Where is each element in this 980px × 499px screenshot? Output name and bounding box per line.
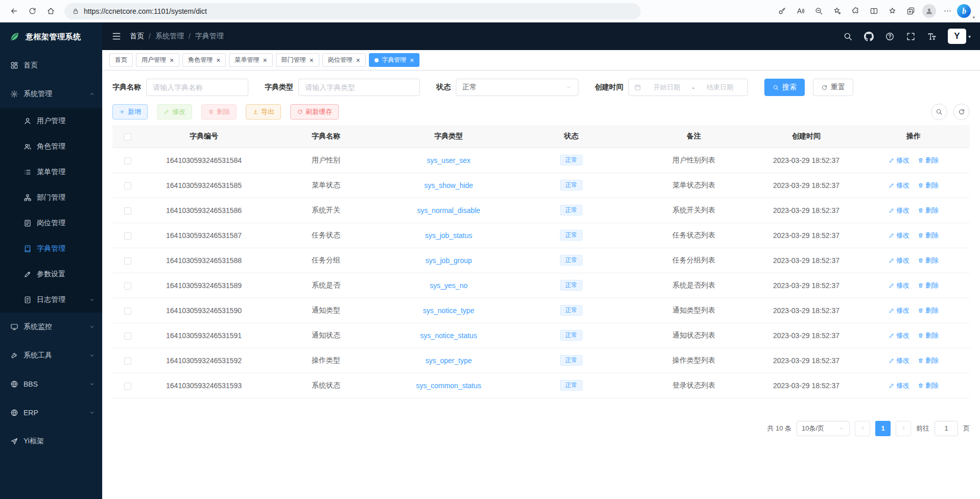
status-select[interactable]: 正常 — [456, 79, 578, 96]
font-size-button[interactable] — [927, 32, 937, 41]
reset-button[interactable]: 重置 — [813, 79, 853, 96]
row-checkbox[interactable] — [124, 383, 131, 390]
password-key-button[interactable] — [773, 3, 790, 20]
bing-chat-icon[interactable]: b — [957, 4, 971, 18]
tab-role[interactable]: 角色管理× — [182, 53, 226, 67]
row-edit-button[interactable]: 修改 — [889, 181, 909, 190]
row-checkbox[interactable] — [124, 232, 131, 240]
sidebar-item-log-management[interactable]: 日志管理 — [0, 287, 102, 313]
page-size-select[interactable]: 10条/页 — [797, 421, 850, 436]
sidebar-item-erp[interactable]: ERP — [0, 398, 102, 427]
sidebar-item-system-monitor[interactable]: 系统监控 — [0, 313, 102, 341]
collapse-sidebar-button[interactable] — [111, 31, 122, 41]
extensions-button[interactable] — [847, 3, 864, 20]
sidebar-item-menu-management[interactable]: 菜单管理 — [0, 159, 102, 185]
tab-dept[interactable]: 部门管理× — [276, 53, 319, 67]
goto-page-input[interactable] — [935, 421, 958, 436]
row-checkbox[interactable] — [124, 207, 131, 215]
dict-type-link[interactable]: sys_show_hide — [424, 181, 473, 189]
sidebar-item-system-management[interactable]: 系统管理 — [0, 80, 102, 108]
back-button[interactable] — [5, 3, 22, 20]
row-edit-button[interactable]: 修改 — [889, 381, 909, 390]
row-edit-button[interactable]: 修改 — [889, 206, 909, 215]
dict-type-link[interactable]: sys_job_status — [425, 231, 473, 240]
page-number-button[interactable]: 1 — [875, 421, 891, 436]
sidebar-item-bbs[interactable]: BBS — [0, 370, 102, 398]
select-all-checkbox[interactable] — [124, 133, 131, 140]
sidebar-item-param-settings[interactable]: 参数设置 — [0, 262, 102, 287]
row-edit-button[interactable]: 修改 — [889, 231, 909, 240]
row-checkbox[interactable] — [124, 358, 131, 365]
collections-button[interactable] — [902, 3, 919, 20]
row-delete-button[interactable]: 删除 — [918, 156, 939, 165]
row-checkbox[interactable] — [124, 257, 131, 265]
dict-name-input[interactable] — [146, 79, 248, 96]
row-edit-button[interactable]: 修改 — [889, 256, 909, 265]
dict-type-link[interactable]: sys_common_status — [416, 382, 481, 390]
github-button[interactable] — [864, 32, 874, 41]
row-delete-button[interactable]: 删除 — [918, 381, 939, 390]
toggle-search-button[interactable] — [931, 104, 947, 120]
help-button[interactable] — [885, 32, 895, 41]
fullscreen-button[interactable] — [906, 32, 916, 41]
row-edit-button[interactable]: 修改 — [889, 281, 909, 290]
refresh-table-button[interactable] — [953, 104, 970, 120]
sidebar-item-system-tools[interactable]: 系统工具 — [0, 341, 102, 370]
tab-home[interactable]: 首页 — [109, 53, 133, 67]
close-icon[interactable]: × — [263, 57, 267, 64]
home-button[interactable] — [42, 3, 59, 20]
add-button[interactable]: 新增 — [112, 104, 148, 120]
header-search-button[interactable] — [843, 32, 853, 41]
dict-type-link[interactable]: sys_user_sex — [427, 156, 471, 164]
close-icon[interactable]: × — [310, 57, 314, 64]
sidebar-item-home[interactable]: 首页 — [0, 51, 102, 80]
row-delete-button[interactable]: 删除 — [918, 231, 939, 240]
app-logo[interactable]: 意框架管理系统 — [0, 22, 102, 51]
row-checkbox[interactable] — [124, 332, 131, 340]
dict-type-input[interactable] — [298, 79, 420, 96]
close-icon[interactable]: × — [216, 57, 220, 64]
tab-dict[interactable]: 字典管理× — [369, 53, 419, 67]
breadcrumb-item[interactable]: 首页 — [130, 32, 144, 41]
browser-refresh-button[interactable] — [24, 3, 41, 20]
sidebar-item-yi-framework[interactable]: Yi框架 — [0, 427, 102, 456]
row-edit-button[interactable]: 修改 — [889, 331, 909, 340]
browser-menu-button[interactable] — [939, 3, 956, 20]
row-delete-button[interactable]: 删除 — [918, 331, 939, 340]
dict-type-link[interactable]: sys_notice_status — [420, 331, 477, 340]
breadcrumb-item[interactable]: 系统管理 — [155, 32, 184, 41]
row-delete-button[interactable]: 删除 — [918, 306, 939, 315]
tab-user[interactable]: 用户管理× — [136, 53, 179, 67]
row-checkbox[interactable] — [124, 182, 131, 189]
row-edit-button[interactable]: 修改 — [889, 156, 909, 165]
split-screen-button[interactable] — [865, 3, 882, 20]
row-checkbox[interactable] — [124, 157, 131, 164]
address-bar[interactable]: https://ccnetcore.com:1101/system/dict — [64, 3, 641, 19]
date-range-picker[interactable]: 开始日期 - 结束日期 — [628, 79, 748, 96]
chevron-down-icon[interactable]: ▾ — [972, 15, 975, 20]
sidebar-item-user-management[interactable]: 用户管理 — [0, 108, 102, 134]
user-menu[interactable]: Y ▾ — [948, 29, 971, 44]
next-page-button[interactable] — [896, 421, 911, 436]
row-edit-button[interactable]: 修改 — [889, 356, 909, 365]
dict-type-link[interactable]: sys_notice_type — [423, 306, 474, 315]
row-delete-button[interactable]: 删除 — [918, 181, 939, 190]
row-delete-button[interactable]: 删除 — [918, 206, 939, 215]
row-delete-button[interactable]: 删除 — [918, 281, 939, 290]
close-icon[interactable]: × — [170, 57, 174, 64]
row-delete-button[interactable]: 删除 — [918, 356, 939, 365]
export-button[interactable]: 导出 — [246, 104, 281, 120]
close-icon[interactable]: × — [410, 57, 414, 64]
zoom-out-button[interactable] — [810, 3, 827, 20]
dict-type-link[interactable]: sys_oper_type — [425, 357, 472, 365]
edit-button[interactable]: 修改 — [157, 104, 192, 120]
read-aloud-button[interactable] — [791, 3, 809, 20]
sidebar-item-dict-management[interactable]: 字典管理 — [0, 236, 102, 262]
refresh-cache-button[interactable]: 刷新缓存 — [290, 104, 339, 120]
dict-type-link[interactable]: sys_job_group — [425, 256, 472, 265]
tab-menu[interactable]: 菜单管理× — [229, 53, 272, 67]
tab-post[interactable]: 岗位管理× — [322, 53, 366, 67]
row-edit-button[interactable]: 修改 — [889, 306, 909, 315]
row-delete-button[interactable]: 删除 — [918, 256, 939, 265]
dict-type-link[interactable]: sys_yes_no — [430, 281, 468, 290]
